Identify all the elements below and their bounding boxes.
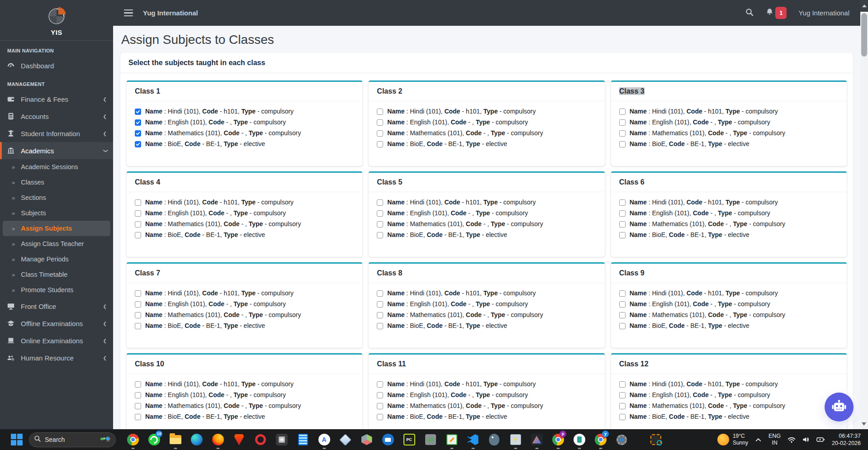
subject-checkbox[interactable] bbox=[619, 221, 626, 227]
sidebar-item-online-examinations[interactable]: Online Examinations ❮ bbox=[0, 332, 113, 349]
taskbar-search[interactable]: Search bbox=[29, 432, 116, 447]
subject-checkbox[interactable] bbox=[135, 290, 141, 297]
remote-desktop-icon[interactable] bbox=[377, 429, 398, 450]
sidebar-item-dashboard[interactable]: Dashboard bbox=[0, 57, 113, 74]
subject-row[interactable]: Name : Hindi (101), Code - h101, Type - … bbox=[619, 198, 839, 207]
subject-row[interactable]: Name : Hindi (101), Code - h101, Type - … bbox=[377, 289, 596, 298]
file-explorer-icon[interactable] bbox=[165, 429, 186, 450]
subject-row[interactable]: Name : BioE, Code - BE-1, Type - electiv… bbox=[619, 322, 839, 330]
search-icon[interactable] bbox=[745, 8, 754, 18]
subject-row[interactable]: Name : English (101), Code - , Type - co… bbox=[135, 209, 354, 218]
subject-checkbox[interactable] bbox=[377, 323, 383, 329]
subject-checkbox[interactable] bbox=[135, 221, 141, 227]
tray-chevron-up-icon[interactable] bbox=[755, 436, 762, 443]
chrome-icon[interactable] bbox=[122, 429, 143, 450]
sidebar-item-finance-fees[interactable]: Finance & Fees ❮ bbox=[0, 90, 113, 108]
subject-row[interactable]: Name : BioE, Code - BE-1, Type - electiv… bbox=[135, 412, 354, 421]
scrollbar-up-arrow[interactable] bbox=[860, 0, 868, 12]
scrollbar-down-arrow[interactable] bbox=[862, 422, 866, 426]
clock-widget[interactable]: 06:47:37 20-02-2026 bbox=[832, 432, 861, 447]
door-app-icon[interactable] bbox=[569, 429, 590, 450]
subject-checkbox[interactable] bbox=[619, 414, 626, 420]
subject-checkbox[interactable] bbox=[135, 232, 141, 238]
subject-row[interactable]: Name : BioE, Code - BE-1, Type - electiv… bbox=[619, 231, 839, 239]
snipping-tool-icon[interactable] bbox=[645, 429, 666, 450]
subject-row[interactable]: Name : Mathematics (101), Code - , Type … bbox=[135, 311, 354, 319]
firefox-icon[interactable] bbox=[207, 429, 228, 450]
language-indicator[interactable]: ENG IN bbox=[768, 433, 781, 446]
subject-checkbox[interactable] bbox=[135, 141, 141, 147]
subject-checkbox[interactable] bbox=[619, 392, 626, 398]
edge-icon[interactable] bbox=[186, 429, 207, 450]
subject-row[interactable]: Name : Mathematics (101), Code - , Type … bbox=[619, 220, 839, 228]
sidebar-item-academics[interactable]: Academics ❮ bbox=[0, 142, 113, 159]
sidebar-item-front-office[interactable]: Front Office ❮ bbox=[0, 298, 113, 315]
subject-row[interactable]: Name : Hindi (101), Code - h101, Type - … bbox=[135, 289, 354, 298]
subject-checkbox[interactable] bbox=[135, 381, 141, 388]
subject-row[interactable]: Name : English (101), Code - , Type - co… bbox=[377, 209, 596, 218]
subject-row[interactable]: Name : Mathematics (101), Code - , Type … bbox=[377, 311, 596, 319]
sidebar-item-manage-periods[interactable]: » Manage Periods bbox=[0, 251, 113, 267]
sidebar-item-student-information[interactable]: Student Information ❮ bbox=[0, 125, 113, 142]
subject-row[interactable]: Name : Hindi (101), Code - h101, Type - … bbox=[619, 380, 839, 388]
subject-row[interactable]: Name : BioE, Code - BE-1, Type - electiv… bbox=[619, 140, 839, 148]
page-scrollbar[interactable] bbox=[860, 0, 868, 429]
screen-tool-icon[interactable] bbox=[271, 429, 292, 450]
sidebar-item-subjects[interactable]: » Subjects bbox=[0, 205, 113, 221]
subject-checkbox[interactable] bbox=[619, 119, 626, 126]
wifi-icon[interactable] bbox=[787, 436, 796, 443]
subject-checkbox[interactable] bbox=[377, 414, 383, 420]
postgresql-icon[interactable] bbox=[484, 429, 505, 450]
subject-checkbox[interactable] bbox=[619, 323, 626, 329]
subject-checkbox[interactable] bbox=[377, 109, 383, 115]
subject-checkbox[interactable] bbox=[135, 210, 141, 217]
subject-checkbox[interactable] bbox=[619, 290, 626, 297]
subject-row[interactable]: Name : English (101), Code - , Type - co… bbox=[135, 300, 354, 308]
subject-row[interactable]: Name : Hindi (101), Code - h101, Type - … bbox=[377, 380, 596, 388]
subject-checkbox[interactable] bbox=[619, 199, 626, 206]
subject-row[interactable]: Name : English (101), Code - , Type - co… bbox=[377, 391, 596, 399]
subject-checkbox[interactable] bbox=[135, 392, 141, 398]
subject-checkbox[interactable] bbox=[619, 232, 626, 238]
subject-checkbox[interactable] bbox=[377, 403, 383, 409]
subject-row[interactable]: Name : Hindi (101), Code - h101, Type - … bbox=[135, 107, 354, 116]
subject-checkbox[interactable] bbox=[135, 323, 141, 329]
subject-row[interactable]: Name : Hindi (101), Code - h101, Type - … bbox=[377, 107, 596, 116]
topbar-brand[interactable]: Yug International bbox=[143, 9, 198, 17]
vscode-icon[interactable] bbox=[462, 429, 484, 450]
subject-row[interactable]: Name : BioE, Code - BE-1, Type - electiv… bbox=[135, 231, 354, 239]
subject-checkbox[interactable] bbox=[377, 199, 383, 206]
subject-row[interactable]: Name : English (101), Code - , Type - co… bbox=[377, 300, 596, 308]
subject-checkbox[interactable] bbox=[135, 414, 141, 420]
subject-row[interactable]: Name : English (101), Code - , Type - co… bbox=[619, 391, 839, 399]
sidebar-item-assign-class-teacher[interactable]: » Assign Class Teacher bbox=[0, 236, 113, 251]
subject-row[interactable]: Name : English (101), Code - , Type - co… bbox=[135, 391, 354, 399]
subject-row[interactable]: Name : BioE, Code - BE-1, Type - electiv… bbox=[377, 231, 596, 239]
subject-checkbox[interactable] bbox=[135, 301, 141, 308]
text-editor-icon[interactable] bbox=[441, 429, 462, 450]
subject-row[interactable]: Name : English (101), Code - , Type - co… bbox=[377, 118, 596, 127]
subject-row[interactable]: Name : English (101), Code - , Type - co… bbox=[619, 209, 839, 218]
subject-row[interactable]: Name : BioE, Code - BE-1, Type - electiv… bbox=[377, 140, 596, 148]
subject-row[interactable]: Name : BioE, Code - BE-1, Type - electiv… bbox=[619, 412, 839, 421]
terminal-icon[interactable] bbox=[505, 429, 526, 450]
subject-row[interactable]: Name : Mathematics (101), Code - , Type … bbox=[135, 402, 354, 410]
subject-row[interactable]: Name : Mathematics (101), Code - , Type … bbox=[377, 402, 596, 410]
subject-checkbox[interactable] bbox=[619, 109, 626, 115]
subject-checkbox[interactable] bbox=[377, 119, 383, 126]
subject-row[interactable]: Name : English (101), Code - , Type - co… bbox=[135, 118, 354, 127]
sidebar-item-offline-examinations[interactable]: Offline Examinations ❮ bbox=[0, 315, 113, 332]
assistant-fab-button[interactable] bbox=[825, 393, 854, 422]
subject-row[interactable]: Name : Mathematics (101), Code - , Type … bbox=[377, 129, 596, 137]
subject-checkbox[interactable] bbox=[135, 403, 141, 409]
subject-checkbox[interactable] bbox=[377, 290, 383, 297]
subject-row[interactable]: Name : BioE, Code - BE-1, Type - electiv… bbox=[377, 412, 596, 421]
subject-row[interactable]: Name : BioE, Code - BE-1, Type - electiv… bbox=[135, 322, 354, 330]
volume-icon[interactable] bbox=[802, 436, 810, 443]
subject-checkbox[interactable] bbox=[619, 141, 626, 147]
subject-row[interactable]: Name : Mathematics (101), Code - , Type … bbox=[619, 311, 839, 319]
subject-row[interactable]: Name : Hindi (101), Code - h101, Type - … bbox=[619, 107, 839, 116]
chrome-p-icon[interactable]: p bbox=[547, 429, 569, 450]
topbar-user-menu[interactable]: Yug International bbox=[798, 9, 849, 17]
subject-row[interactable]: Name : English (101), Code - , Type - co… bbox=[619, 300, 839, 308]
